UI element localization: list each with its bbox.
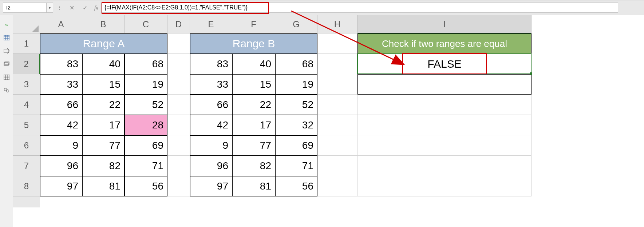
cell-F4[interactable]: 22 <box>232 95 275 115</box>
column-header-B[interactable]: B <box>82 15 125 33</box>
cell-B4[interactable]: 22 <box>82 95 125 115</box>
cell-I5[interactable] <box>357 115 532 135</box>
cell-F5[interactable]: 17 <box>232 115 275 135</box>
cell-A3[interactable]: 33 <box>40 74 82 95</box>
cell-C5[interactable]: 28 <box>125 115 167 135</box>
cell-E3[interactable]: 33 <box>190 74 232 95</box>
cell-D2[interactable] <box>167 54 190 74</box>
cell-G3[interactable]: 19 <box>275 74 317 95</box>
cell-D8[interactable] <box>167 176 190 196</box>
column-header-E[interactable]: E <box>190 15 232 33</box>
row-header-4[interactable]: 4 <box>13 95 40 115</box>
cell-E8[interactable]: 97 <box>190 176 232 196</box>
cell-I1[interactable]: Check if two ranges are equal <box>357 33 532 54</box>
cancel-formula-icon[interactable]: ✕ <box>67 3 77 13</box>
cell-B7[interactable]: 82 <box>82 156 125 176</box>
expand-panel-icon[interactable]: » <box>0 19 13 31</box>
cell-I2[interactable]: FALSE <box>357 54 532 74</box>
cell-G8[interactable]: 56 <box>275 176 317 196</box>
cell-D1[interactable] <box>167 33 190 54</box>
cell-C6[interactable]: 69 <box>125 135 167 156</box>
cell-G6[interactable]: 69 <box>275 135 317 156</box>
cell-E2[interactable]: 83 <box>190 54 232 74</box>
column-header-D[interactable]: D <box>167 15 190 33</box>
fx-icon[interactable]: fx <box>94 5 98 11</box>
cell-F7[interactable]: 82 <box>232 156 275 176</box>
sidebar-tool-1-icon[interactable] <box>0 32 13 44</box>
cell-A1[interactable]: Range A <box>40 33 167 54</box>
cell-F6[interactable]: 77 <box>232 135 275 156</box>
spreadsheet-grid[interactable]: ABCDEFGHI 12345678 Range ARange BCheck i… <box>13 15 644 227</box>
cell-A8[interactable]: 97 <box>40 176 82 196</box>
row-header-6[interactable]: 6 <box>13 135 40 156</box>
cell-E4[interactable]: 66 <box>190 95 232 115</box>
cell-I3[interactable] <box>357 74 532 95</box>
accept-formula-icon[interactable]: ✓ <box>80 3 90 13</box>
cell-C7[interactable]: 71 <box>125 156 167 176</box>
cell-H1[interactable] <box>317 33 357 54</box>
cell-E5[interactable]: 42 <box>190 115 232 135</box>
column-header-G[interactable]: G <box>275 15 317 33</box>
cell-H7[interactable] <box>317 156 357 176</box>
row-header-2[interactable]: 2 <box>13 54 40 74</box>
cell-H5[interactable] <box>317 115 357 135</box>
cell-C2[interactable]: 68 <box>125 54 167 74</box>
cell-E7[interactable]: 96 <box>190 156 232 176</box>
cell-I8[interactable] <box>357 176 532 196</box>
cell-B8[interactable]: 81 <box>82 176 125 196</box>
cell-G7[interactable]: 71 <box>275 156 317 176</box>
row-header-9[interactable] <box>13 196 40 207</box>
sidebar-tool-2-icon[interactable] <box>0 45 13 57</box>
cell-I4[interactable] <box>357 95 532 115</box>
row-header-3[interactable]: 3 <box>13 74 40 95</box>
cell-B6[interactable]: 77 <box>82 135 125 156</box>
cell-A5[interactable]: 42 <box>40 115 82 135</box>
cell-H3[interactable] <box>317 74 357 95</box>
sidebar-tool-3-icon[interactable] <box>0 58 13 70</box>
cell-I6[interactable] <box>357 135 532 156</box>
cell-H8[interactable] <box>317 176 357 196</box>
cell-F8[interactable]: 81 <box>232 176 275 196</box>
cell-C4[interactable]: 52 <box>125 95 167 115</box>
sidebar-tool-5-icon[interactable] <box>0 84 13 96</box>
column-header-A[interactable]: A <box>40 15 82 33</box>
cell-E6[interactable]: 9 <box>190 135 232 156</box>
cell-G2[interactable]: 68 <box>275 54 317 74</box>
formula-input[interactable]: {=IF(MAX(IF(A2:C8<>E2:G8,1,0))=1,"FALSE"… <box>101 3 618 13</box>
cell-F2[interactable]: 40 <box>232 54 275 74</box>
cell-D5[interactable] <box>167 115 190 135</box>
cell-G5[interactable]: 32 <box>275 115 317 135</box>
cell-A2[interactable]: 83 <box>40 54 82 74</box>
cell-A7[interactable]: 96 <box>40 156 82 176</box>
cell-B2[interactable]: 40 <box>82 54 125 74</box>
sidebar-tool-4-icon[interactable] <box>0 71 13 83</box>
cell-D3[interactable] <box>167 74 190 95</box>
cell-G4[interactable]: 52 <box>275 95 317 115</box>
cell-D7[interactable] <box>167 156 190 176</box>
cell-B5[interactable]: 17 <box>82 115 125 135</box>
cell-A4[interactable]: 66 <box>40 95 82 115</box>
row-header-7[interactable]: 7 <box>13 156 40 176</box>
row-header-8[interactable]: 8 <box>13 176 40 196</box>
cell-H6[interactable] <box>317 135 357 156</box>
column-header-H[interactable]: H <box>317 15 357 33</box>
row-header-5[interactable]: 5 <box>13 115 40 135</box>
cell-H2[interactable] <box>317 54 357 74</box>
cell-I7[interactable] <box>357 156 532 176</box>
cell-C8[interactable]: 56 <box>125 176 167 196</box>
cell-F3[interactable]: 15 <box>232 74 275 95</box>
cell-D6[interactable] <box>167 135 190 156</box>
cell-C3[interactable]: 19 <box>125 74 167 95</box>
name-box-dropdown[interactable]: ▾ <box>47 3 53 13</box>
column-header-C[interactable]: C <box>125 15 167 33</box>
cell-D4[interactable] <box>167 95 190 115</box>
column-header-I[interactable]: I <box>357 15 532 33</box>
cell-H4[interactable] <box>317 95 357 115</box>
cell-E1[interactable]: Range B <box>190 33 317 54</box>
cell-A6[interactable]: 9 <box>40 135 82 156</box>
select-all-corner[interactable] <box>13 15 40 33</box>
name-box[interactable]: I2 <box>3 3 47 13</box>
column-header-F[interactable]: F <box>232 15 275 33</box>
row-header-1[interactable]: 1 <box>13 33 40 54</box>
cell-B3[interactable]: 15 <box>82 74 125 95</box>
